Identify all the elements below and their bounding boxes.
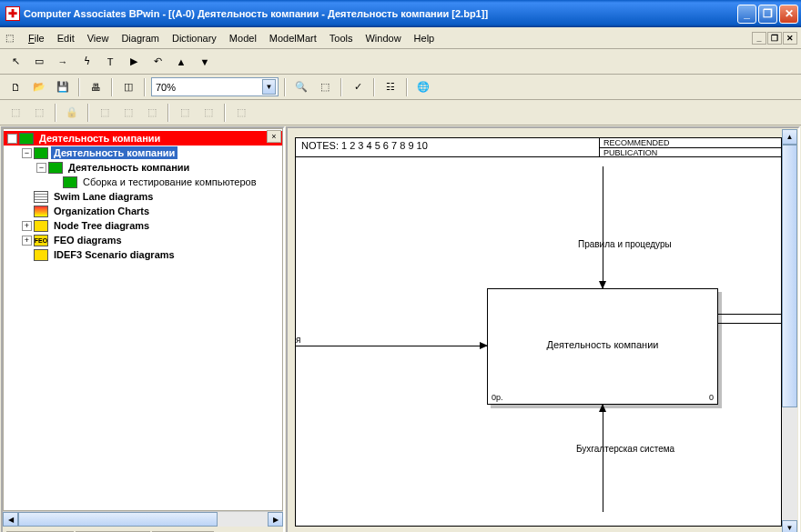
scroll-up-icon[interactable]: ▲ bbox=[782, 129, 797, 145]
mm-btn-2: ⬚ bbox=[29, 103, 49, 123]
scroll-right-icon[interactable]: ▶ bbox=[268, 512, 283, 527]
panel-close-button[interactable]: × bbox=[267, 130, 281, 143]
tree-node-orgchart[interactable]: Organization Charts bbox=[4, 204, 282, 218]
zoom-value: 70% bbox=[156, 82, 262, 93]
scroll-track[interactable] bbox=[782, 145, 797, 520]
browser-icon[interactable]: 🌐 bbox=[413, 77, 433, 97]
triangle-up-tool[interactable]: ▲ bbox=[171, 52, 191, 72]
collapse-icon[interactable]: − bbox=[22, 148, 32, 158]
input-arrow[interactable] bbox=[296, 346, 487, 346]
toolbar-modelmart: ⬚ ⬚ 🔒 ⬚ ⬚ ⬚ ⬚ ⬚ ⬚ bbox=[0, 100, 801, 125]
mm-btn-8: ⬚ bbox=[231, 103, 251, 123]
minimize-button[interactable]: _ bbox=[737, 5, 756, 24]
menu-file[interactable]: File bbox=[22, 31, 51, 45]
mm-btn-6: ⬚ bbox=[175, 103, 195, 123]
scroll-left-icon[interactable]: ◀ bbox=[3, 512, 18, 527]
zoom-in-icon[interactable]: 🔍 bbox=[291, 77, 311, 97]
new-button[interactable]: 🗋 bbox=[5, 77, 25, 97]
menu-window[interactable]: Window bbox=[359, 31, 407, 45]
mm-lock-icon: 🔒 bbox=[62, 103, 82, 123]
tree-hscroll[interactable]: ◀ ▶ bbox=[3, 511, 283, 527]
collapse-icon[interactable]: − bbox=[7, 134, 17, 144]
expand-icon[interactable]: + bbox=[22, 236, 32, 246]
window-buttons: _ ❐ ✕ bbox=[737, 5, 798, 24]
diagram-icon bbox=[34, 147, 48, 159]
reports-button[interactable]: ◫ bbox=[118, 77, 138, 97]
menu-view[interactable]: View bbox=[81, 31, 116, 45]
collapse-icon[interactable]: − bbox=[36, 163, 46, 173]
spellcheck-icon[interactable]: ✓ bbox=[348, 77, 368, 97]
diagram-icon bbox=[63, 176, 77, 188]
tree-node-1[interactable]: − Деятельность компании bbox=[4, 146, 282, 160]
menu-model[interactable]: Model bbox=[223, 31, 263, 45]
play-tool[interactable]: ▶ bbox=[124, 52, 144, 72]
control-arrow[interactable] bbox=[603, 166, 603, 288]
expand-icon[interactable]: + bbox=[22, 221, 32, 231]
menu-modelmart[interactable]: ModelMart bbox=[263, 31, 323, 45]
scroll-thumb[interactable] bbox=[18, 512, 218, 527]
pointer-tool[interactable]: ↖ bbox=[5, 52, 25, 72]
activity-tool[interactable]: ▭ bbox=[29, 52, 49, 72]
diagram-canvas-outer: NOTES: 1 2 3 4 5 6 7 8 9 10 RECOMMENDED … bbox=[286, 126, 800, 532]
text-tool[interactable]: T bbox=[100, 52, 120, 72]
mm-btn-7: ⬚ bbox=[198, 103, 218, 123]
explorer-tabs: Activities Diagrams Objects bbox=[3, 527, 283, 532]
menubar: ⬚ File Edit View Diagram Dictionary Mode… bbox=[0, 27, 801, 49]
scroll-track[interactable] bbox=[18, 512, 268, 527]
idef3-icon bbox=[34, 249, 48, 261]
undo-arrow-tool[interactable]: ↶ bbox=[147, 52, 167, 72]
control-label[interactable]: Правила и процедуры bbox=[578, 239, 672, 249]
activity-label: Деятельность компании bbox=[488, 339, 717, 350]
input-label: я bbox=[296, 335, 300, 345]
zoom-fit-icon[interactable]: ⬚ bbox=[315, 77, 335, 97]
mdi-restore-button[interactable]: ❐ bbox=[767, 32, 782, 45]
mechanism-arrow[interactable] bbox=[603, 405, 603, 512]
diagram-icon bbox=[48, 162, 63, 174]
activity-box[interactable]: Деятельность компании 0р. 0 bbox=[487, 288, 718, 405]
triangle-down-tool[interactable]: ▼ bbox=[195, 52, 215, 72]
diagram-canvas[interactable]: Правила и процедуры я Деятельность компа… bbox=[295, 157, 782, 527]
squiggle-tool[interactable]: ϟ bbox=[76, 52, 96, 72]
tree-root[interactable]: − Деятельность компании bbox=[4, 131, 282, 146]
zoom-combo[interactable]: 70% ▼ bbox=[151, 77, 279, 96]
close-button[interactable]: ✕ bbox=[779, 5, 798, 24]
swimlane-icon bbox=[34, 191, 48, 203]
menu-help[interactable]: Help bbox=[408, 31, 441, 45]
mm-btn-5: ⬚ bbox=[142, 103, 162, 123]
diagram-header: NOTES: 1 2 3 4 5 6 7 8 9 10 RECOMMENDED … bbox=[295, 137, 782, 157]
workarea: × − Деятельность компании − Деятельность… bbox=[0, 125, 801, 532]
scroll-thumb[interactable] bbox=[782, 145, 797, 407]
tree-node-swimlane[interactable]: Swim Lane diagrams bbox=[4, 189, 282, 204]
orgchart-icon bbox=[34, 206, 48, 217]
model-explorer-icon[interactable]: ☷ bbox=[380, 77, 400, 97]
output-arrow-2[interactable] bbox=[718, 323, 781, 324]
print-button[interactable]: 🖶 bbox=[86, 77, 106, 97]
toolbar-standard: 🗋 📂 💾 🖶 ◫ 70% ▼ 🔍 ⬚ ✓ ☷ 🌐 bbox=[0, 75, 801, 100]
header-publication: PUBLICATION bbox=[600, 148, 781, 157]
scroll-down-icon[interactable]: ▼ bbox=[782, 520, 797, 532]
tree-node-idef3[interactable]: IDEF3 Scenario diagrams bbox=[4, 247, 282, 262]
tree-node-2[interactable]: − Деятельность компании bbox=[4, 160, 282, 175]
dropdown-icon[interactable]: ▼ bbox=[262, 79, 276, 95]
tree[interactable]: − Деятельность компании − Деятельность к… bbox=[3, 128, 283, 511]
canvas-vscroll[interactable]: ▲ ▼ bbox=[782, 129, 797, 532]
arrow-tool[interactable]: → bbox=[53, 52, 73, 72]
tree-node-nodetree[interactable]: + Node Tree diagrams bbox=[4, 218, 282, 233]
mm-btn-4: ⬚ bbox=[118, 103, 138, 123]
menu-dictionary[interactable]: Dictionary bbox=[166, 31, 223, 45]
tree-node-3[interactable]: Сборка и тестирование компьютеров bbox=[4, 175, 282, 189]
maximize-button[interactable]: ❐ bbox=[758, 5, 777, 24]
open-button[interactable]: 📂 bbox=[29, 77, 49, 97]
model-icon bbox=[19, 133, 34, 145]
save-button[interactable]: 💾 bbox=[53, 77, 73, 97]
mdi-minimize-button[interactable]: _ bbox=[752, 32, 766, 45]
output-arrow-1[interactable] bbox=[718, 314, 781, 315]
model-explorer-panel: × − Деятельность компании − Деятельность… bbox=[1, 126, 285, 532]
mdi-close-button[interactable]: ✕ bbox=[783, 32, 797, 45]
menu-tools[interactable]: Tools bbox=[323, 31, 360, 45]
mechanism-label[interactable]: Бухгалтерская система bbox=[576, 444, 674, 454]
menu-edit[interactable]: Edit bbox=[51, 31, 81, 45]
mdi-buttons: _ ❐ ✕ bbox=[752, 32, 797, 45]
tree-node-feo[interactable]: + FEO FEO diagrams bbox=[4, 233, 282, 247]
menu-diagram[interactable]: Diagram bbox=[115, 31, 166, 45]
